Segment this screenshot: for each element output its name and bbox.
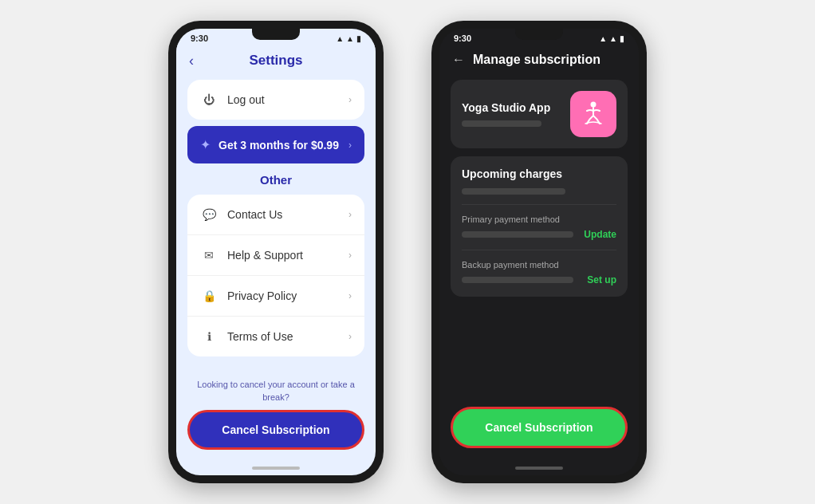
notch-right bbox=[515, 29, 563, 40]
privacy-policy-item[interactable]: 🔒 Privacy Policy › bbox=[187, 276, 364, 317]
dark-header: ← Manage subscription bbox=[439, 45, 639, 73]
backup-payment-bar-row: Set up bbox=[462, 274, 616, 285]
charges-card: Upcoming charges Primary payment method … bbox=[451, 156, 628, 297]
page-title-left: Settings bbox=[249, 53, 302, 69]
wifi-icon-right: ▲ bbox=[609, 34, 617, 43]
battery-icon-right: ▮ bbox=[620, 34, 624, 43]
chat-icon: 💬 bbox=[200, 206, 218, 223]
yoga-icon bbox=[579, 100, 608, 128]
info-icon: ℹ bbox=[200, 328, 218, 345]
contact-us-label: Contact Us bbox=[227, 208, 339, 221]
terms-of-use-label: Terms of Use bbox=[227, 330, 339, 343]
lock-icon: 🔒 bbox=[200, 287, 218, 305]
screen-light: ‹ Settings ⏻ Log out › ✦ Get 3 months fo… bbox=[176, 45, 376, 475]
contact-us-item[interactable]: 💬 Contact Us › bbox=[187, 195, 364, 235]
terms-of-use-item[interactable]: ℹ Terms of Use › bbox=[187, 317, 364, 356]
help-chevron-icon: › bbox=[348, 250, 352, 261]
notch bbox=[252, 29, 300, 40]
setup-payment-button[interactable]: Set up bbox=[587, 274, 616, 285]
left-screen: 9:30 ▲ ▲ ▮ ‹ Settings ⏻ Log out › bbox=[176, 29, 376, 475]
home-indicator-left bbox=[176, 461, 376, 475]
divider-2 bbox=[462, 250, 616, 250]
logout-label: Log out bbox=[227, 93, 339, 106]
home-bar-right bbox=[515, 467, 563, 470]
star-icon: ✦ bbox=[200, 137, 211, 152]
promo-chevron-icon: › bbox=[348, 140, 352, 151]
app-info-bar bbox=[462, 120, 541, 127]
backup-payment-bar bbox=[462, 277, 573, 283]
svg-point-0 bbox=[591, 102, 596, 108]
charges-amount-bar bbox=[462, 188, 565, 195]
right-screen: 9:30 ▲ ▲ ▮ ← Manage subscription Yoga St… bbox=[439, 29, 639, 475]
light-bottom: Looking to cancel your account or take a… bbox=[176, 372, 376, 461]
app-icon-box bbox=[570, 91, 616, 137]
app-info-left: Yoga Studio App bbox=[462, 101, 550, 127]
primary-payment-bar bbox=[462, 231, 573, 238]
light-content: ⏻ Log out › ✦ Get 3 months for $0.99 › O… bbox=[176, 73, 376, 372]
light-header: ‹ Settings bbox=[176, 45, 376, 73]
dark-content: Yoga Studio App bbox=[439, 73, 639, 400]
home-indicator-right bbox=[439, 461, 639, 475]
divider-1 bbox=[462, 204, 616, 205]
primary-payment-row: Primary payment method Update bbox=[462, 215, 616, 240]
contact-chevron-icon: › bbox=[348, 209, 352, 220]
power-icon: ⏻ bbox=[200, 91, 218, 108]
battery-icon: ▮ bbox=[356, 34, 361, 43]
right-phone: 9:30 ▲ ▲ ▮ ← Manage subscription Yoga St… bbox=[431, 21, 647, 483]
terms-chevron-icon: › bbox=[348, 331, 352, 342]
status-time-right: 9:30 bbox=[454, 33, 471, 43]
back-button-right[interactable]: ← bbox=[452, 53, 465, 67]
signal-icon: ▲ bbox=[336, 34, 344, 43]
app-name-label: Yoga Studio App bbox=[462, 101, 550, 114]
home-bar-left bbox=[252, 467, 300, 470]
status-icons-right: ▲ ▲ ▮ bbox=[599, 34, 624, 43]
backup-payment-label: Backup payment method bbox=[462, 260, 616, 270]
back-button-left[interactable]: ‹ bbox=[189, 53, 194, 69]
logout-chevron-icon: › bbox=[348, 94, 352, 105]
cancel-subscription-button-left[interactable]: Cancel Subscription bbox=[187, 410, 364, 450]
update-payment-button[interactable]: Update bbox=[584, 229, 616, 240]
status-time-left: 9:30 bbox=[191, 33, 208, 43]
privacy-policy-label: Privacy Policy bbox=[227, 289, 339, 302]
promo-button[interactable]: ✦ Get 3 months for $0.99 › bbox=[187, 126, 364, 163]
backup-payment-row: Backup payment method Set up bbox=[462, 260, 616, 285]
other-menu-card: 💬 Contact Us › ✉ Help & Support › 🔒 Priv… bbox=[187, 195, 364, 356]
status-icons-left: ▲ ▲ ▮ bbox=[336, 34, 361, 43]
dark-bottom: Cancel Subscription bbox=[439, 400, 639, 461]
logout-card: ⏻ Log out › bbox=[187, 80, 364, 120]
cancel-hint-text: Looking to cancel your account or take a… bbox=[187, 379, 364, 404]
envelope-icon: ✉ bbox=[200, 246, 218, 264]
screen-dark: ← Manage subscription Yoga Studio App bbox=[439, 45, 639, 475]
primary-payment-label: Primary payment method bbox=[462, 215, 616, 224]
page-title-right: Manage subscription bbox=[473, 53, 600, 67]
cancel-subscription-button-right[interactable]: Cancel Subscription bbox=[451, 407, 628, 448]
charges-title-label: Upcoming charges bbox=[462, 167, 616, 180]
app-info-card: Yoga Studio App bbox=[451, 80, 628, 148]
promo-label: Get 3 months for $0.99 bbox=[219, 139, 341, 152]
help-support-item[interactable]: ✉ Help & Support › bbox=[187, 235, 364, 276]
signal-icon-right: ▲ bbox=[599, 34, 607, 43]
logout-item[interactable]: ⏻ Log out › bbox=[187, 80, 364, 120]
left-phone: 9:30 ▲ ▲ ▮ ‹ Settings ⏻ Log out › bbox=[168, 21, 384, 483]
primary-payment-bar-row: Update bbox=[462, 229, 616, 240]
wifi-icon: ▲ bbox=[346, 34, 354, 43]
privacy-chevron-icon: › bbox=[348, 290, 352, 301]
other-section-label: Other bbox=[187, 170, 364, 188]
help-support-label: Help & Support bbox=[227, 249, 339, 262]
